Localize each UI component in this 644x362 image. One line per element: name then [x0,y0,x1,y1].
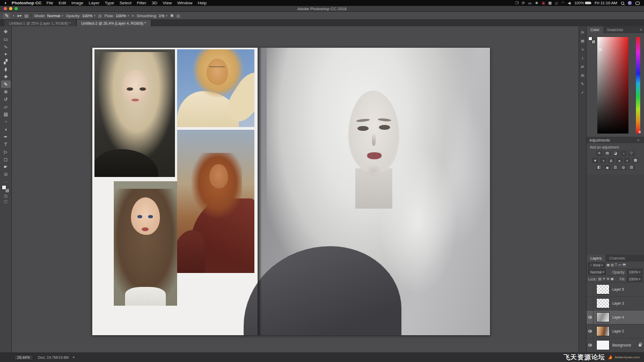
adjustment-icon[interactable]: ◔ [620,151,627,156]
adjustment-icon[interactable]: ◧ [596,165,603,170]
magic-wand-tool[interactable]: ✦ [1,50,11,58]
menu-clock[interactable]: Fri 11:10 AM [595,1,617,5]
adjustment-icon[interactable]: ▨ [628,165,635,170]
layer-visibility-empty[interactable] [587,297,594,310]
tab-color[interactable]: Color [587,26,603,33]
lock-option-icon[interactable]: ⊕ [606,277,609,281]
layer-visibility-eye-icon[interactable] [587,324,594,338]
tab-channels[interactable]: Channels [605,255,629,262]
adjustment-icon[interactable]: ▥ [612,165,619,170]
tab-layers[interactable]: Layers [587,255,605,262]
move-tool[interactable]: ✥ [1,28,11,35]
layer-row[interactable]: Layer 4 [587,311,644,324]
badge-icon[interactable]: ▣ [541,1,545,5]
panel-foreground-swatch[interactable] [588,36,592,41]
menu-3d[interactable]: 3D [152,1,157,5]
menu-edit[interactable]: Edit [58,1,66,5]
path-selection-tool[interactable]: ▷ [1,148,11,156]
pressure-opacity-icon[interactable]: ◎ [98,13,102,18]
clone-stamp-tool[interactable]: ⊕ [1,88,11,95]
menu-layer[interactable]: Layer [89,1,99,5]
zoom-tool[interactable]: ⊙ [1,171,11,178]
apple-menu-icon[interactable]: ◗ [4,1,7,5]
layer-opacity-value[interactable]: 100%▾ [627,269,642,275]
hue-slider-marker[interactable] [639,131,641,133]
lock-option-icon[interactable]: ▣ [611,277,614,281]
tool-preset-picker[interactable]: ✎ [3,13,10,19]
battery-indicator[interactable]: 100% [574,1,591,5]
gradient-tool[interactable]: ▨ [1,110,11,118]
bluetooth-icon[interactable]: ◇ [555,1,558,5]
edit-toolbar-icon[interactable]: … [4,179,8,183]
exchange-panel-icon[interactable]: ⇄ [581,65,584,69]
adjustment-icon[interactable]: ☀ [596,151,603,156]
layer-filter-icon[interactable]: T [615,263,617,267]
wifi-icon[interactable]: ◠ [561,1,565,5]
menu-type[interactable]: Type [105,1,114,5]
brush-size-picker[interactable]: ●▾ [17,13,22,18]
layer-filter-icon[interactable]: ▣ [606,263,610,267]
spotlight-icon[interactable] [621,2,624,5]
menu-file[interactable]: File [46,1,53,5]
pressure-size-icon[interactable]: ◎ [177,13,180,18]
document-tab-untitled-2[interactable]: Untitled-2 @ 26.4% (Layer 4, RGB/8) * [77,20,151,26]
pen-tool[interactable]: ✒ [1,133,11,141]
adjustment-icon[interactable]: ◑ [600,158,606,163]
layer-visibility-empty[interactable] [587,283,594,296]
airbrush-icon[interactable]: ≈ [131,13,134,18]
layer-filter-icon[interactable]: ⬒ [623,263,626,267]
fill-value[interactable]: 100%▾ [627,276,642,282]
layer-visibility-eye-icon[interactable] [587,311,594,324]
layer-filter-icon[interactable]: ▭ [618,263,621,267]
menu-image[interactable]: Image [71,1,83,5]
smoothing-options-gear-icon[interactable]: ✱ [170,13,174,18]
layer-row[interactable]: Background [587,338,644,352]
hue-slider[interactable] [636,37,640,134]
flow-value[interactable]: 100% [116,13,126,18]
menu-help[interactable]: Help [198,1,207,5]
menu-select[interactable]: Select [120,1,131,5]
adjustment-icon[interactable]: ▦ [632,158,639,163]
mode-dropdown[interactable]: Normal [47,13,60,18]
type-tool[interactable]: T [1,141,11,148]
eraser-tool[interactable]: ▱ [1,103,11,110]
canvas-workspace[interactable] [12,26,579,352]
volume-icon[interactable]: ◀ [568,1,570,5]
shape-tool[interactable]: ◻ [1,156,11,163]
layer-filter-icon[interactable]: ◍ [611,263,614,267]
zoom-level-field[interactable]: 26.44% [14,354,33,360]
status-options-chevron-icon[interactable]: ▸ [73,355,75,359]
menu-filter[interactable]: Filter [137,1,147,5]
sync-icon[interactable]: ⟳ [522,1,525,5]
dropbox-icon[interactable]: ❖ [535,1,538,5]
layer-row[interactable]: Layer 3 [587,297,644,311]
history-brush-tool[interactable]: ↺ [1,95,11,103]
adjustment-icon[interactable]: ◍ [620,165,627,170]
layer-row[interactable]: Layer 2 [587,324,644,338]
adjustment-icon[interactable]: ◐ [624,158,631,163]
color-panel-menu-icon[interactable]: ≡ [640,26,644,33]
menu-app-name[interactable]: Photoshop CC [12,1,42,5]
notification-center-icon[interactable] [635,2,640,5]
color-picker-dot[interactable] [599,48,602,51]
quick-mask-button[interactable]: ◳ [4,194,8,198]
brush-panel-toggle-icon[interactable]: ▤ [24,13,28,18]
lasso-tool[interactable]: ∿ [1,43,11,50]
screen-mode-button[interactable]: ▢ [4,200,8,204]
brush-settings-panel-icon[interactable]: ✎ [581,82,584,86]
brush-tool[interactable]: ✎ [1,80,11,88]
adjustment-icon[interactable]: ◭ [608,158,614,163]
display-icon[interactable]: ▭ [528,1,532,5]
snapshot-panel-icon[interactable]: ✓ [581,91,584,94]
foreground-color-swatch[interactable] [2,185,6,190]
document-tab-untitled-1[interactable]: Untitled-1 @ 25% (Layer 1, RGB/8) * [4,20,76,26]
window-icon[interactable]: ❐ [515,1,518,5]
history-panel-icon[interactable]: ⟳ [581,31,584,34]
saturation-brightness-field[interactable] [597,37,628,134]
lock-option-icon[interactable]: ▨ [598,277,602,281]
adjustment-icon[interactable]: ▽ [628,151,635,156]
layer-filter-kind-dropdown[interactable]: ⌕ Kind ▾ [588,262,605,268]
adjustment-icon[interactable]: ● [616,158,623,163]
opacity-value[interactable]: 100% [82,13,92,18]
adobe-stock-panel-icon[interactable]: Ai [581,73,584,77]
